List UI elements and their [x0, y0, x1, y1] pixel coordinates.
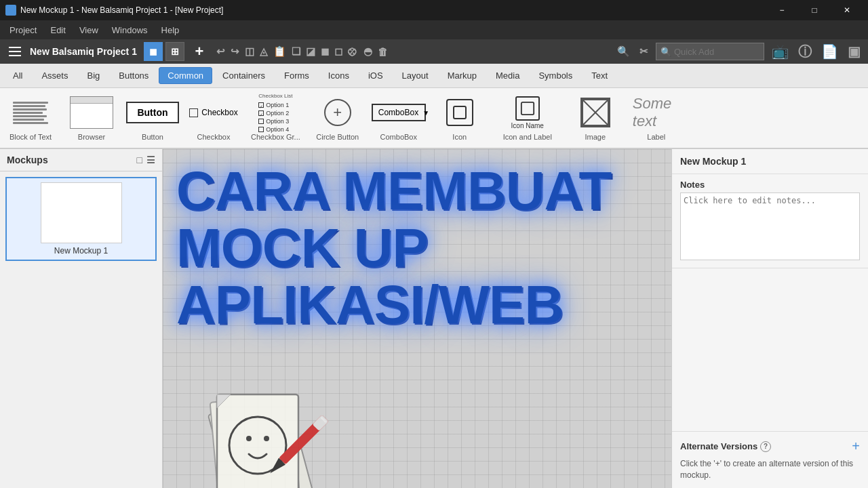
tab-symbols[interactable]: Symbols — [530, 67, 581, 84]
toolbar-icon-4[interactable]: ❏ — [290, 44, 302, 59]
main-layout: Mockups □ ☰ New Mockup 1 CARA MEMBUAT MO… — [0, 149, 868, 488]
tab-all[interactable]: All — [4, 67, 31, 84]
comp-checkbox[interactable]: Checkbox Checkbox — [190, 95, 237, 141]
comp-icon-and-label[interactable]: Icon Name Icon and Label — [497, 95, 558, 141]
canvas-content: CARA MEMBUAT MOCK UP APLIKASI/WEB — [163, 149, 671, 488]
canvas-area[interactable]: CARA MEMBUAT MOCK UP APLIKASI/WEB — [163, 149, 671, 488]
grid-view-button[interactable]: ⊞ — [165, 42, 184, 61]
sidebar-header: Mockups □ ☰ — [0, 149, 162, 171]
comp-browser-label: Browser — [78, 133, 105, 141]
notes-section: Notes — [672, 174, 868, 268]
search-icon[interactable]: 🔍 — [615, 44, 632, 59]
comp-checkbox-group-label: Checkbox Gr... — [251, 133, 300, 141]
toolbar-icon-7[interactable]: ◻ — [332, 44, 344, 59]
toolbar-icon-3[interactable]: 📋 — [271, 44, 288, 59]
comp-circle-button-label: Circle Button — [316, 133, 359, 141]
right-panel-mockup-name: New Mockup 1 — [672, 149, 868, 174]
svg-rect-0 — [454, 106, 466, 119]
toolbar-icon-9[interactable]: ◓ — [361, 44, 374, 59]
menu-edit[interactable]: Edit — [43, 20, 72, 39]
tab-ios[interactable]: iOS — [359, 67, 392, 84]
crop-icon[interactable]: ✂ — [637, 44, 650, 59]
comp-image[interactable]: Image — [572, 95, 619, 141]
tab-text[interactable]: Text — [583, 67, 616, 84]
menu-help[interactable]: Help — [155, 20, 186, 39]
comp-combobox-label: ComboBox — [380, 133, 417, 141]
search-small-icon: 🔍 — [660, 47, 671, 57]
quickadd-box[interactable]: 🔍 — [656, 43, 764, 60]
toolbar-icon-6[interactable]: ◼ — [319, 44, 331, 59]
toolbar-icon-5[interactable]: ◪ — [304, 44, 317, 59]
notes-label: Notes — [680, 180, 860, 190]
sidebar: Mockups □ ☰ New Mockup 1 — [0, 149, 163, 488]
minimize-button[interactable]: − — [766, 0, 797, 20]
toolbar-history: ↩ ↪ ◫ ◬ 📋 ❏ ◪ ◼ ◻ ⛒ ◓ 🗑 — [214, 44, 390, 59]
tab-media[interactable]: Media — [487, 67, 528, 84]
tab-layout[interactable]: Layout — [393, 67, 437, 84]
comp-label[interactable]: Some text Label — [633, 95, 680, 141]
toolbar-icon-1[interactable]: ◫ — [243, 44, 256, 59]
view-toggle: ◼ ⊞ — [144, 42, 184, 61]
right-panel-spacer — [672, 268, 868, 431]
canvas-illustration — [176, 347, 353, 488]
svg-point-14 — [246, 436, 252, 441]
comp-block-of-text[interactable]: Block of Text — [7, 95, 54, 141]
svg-rect-1 — [521, 102, 534, 114]
sidebar-icon-menu[interactable]: ☰ — [146, 155, 155, 165]
toolbar-icon-10[interactable]: 🗑 — [376, 45, 390, 59]
tab-common[interactable]: Common — [159, 67, 212, 84]
comp-browser[interactable]: Browser — [68, 95, 115, 141]
comp-image-label: Image — [585, 133, 606, 141]
title-bar: New Mockup 1 - New Balsamiq Project 1 - … — [0, 0, 868, 20]
tab-markup[interactable]: Markup — [439, 67, 486, 84]
sidebar-title: Mockups — [7, 155, 48, 165]
notes-textarea[interactable] — [680, 192, 860, 260]
comp-label-label: Label — [647, 133, 665, 141]
comp-icon-and-label-label: Icon and Label — [503, 133, 552, 141]
toolbar-icon-2[interactable]: ◬ — [258, 44, 270, 59]
alt-versions-description: Click the '+' to create an alternate ver… — [680, 458, 860, 481]
add-version-button[interactable]: + — [852, 439, 860, 454]
comp-icon[interactable]: Icon — [436, 95, 484, 141]
undo-button[interactable]: ↩ — [214, 44, 227, 59]
quickadd-input[interactable] — [674, 47, 760, 57]
redo-button[interactable]: ↪ — [229, 44, 241, 59]
tab-containers[interactable]: Containers — [214, 67, 274, 84]
add-mockup-button[interactable]: + — [190, 42, 209, 61]
menu-view[interactable]: View — [73, 20, 105, 39]
window-controls: − □ ✕ — [766, 0, 863, 20]
alt-versions-label: Alternate Versions — [680, 441, 757, 451]
mockup-item[interactable]: New Mockup 1 — [5, 177, 157, 261]
comp-checkbox-label: Checkbox — [197, 133, 231, 141]
mockup-thumbnail — [41, 182, 122, 243]
single-view-button[interactable]: ◼ — [144, 42, 163, 61]
mockup-name: New Mockup 1 — [54, 246, 108, 256]
toolbar-icon-11[interactable]: 📺 — [770, 42, 791, 61]
tab-big[interactable]: Big — [78, 67, 108, 84]
comp-button-label: Button — [142, 133, 163, 141]
toolbar-icon-12[interactable]: ▣ — [846, 42, 863, 61]
info-icon[interactable]: ⓘ — [796, 41, 814, 62]
close-button[interactable]: ✕ — [831, 0, 863, 20]
comp-combobox[interactable]: ComboBox ▼ ComboBox — [375, 95, 422, 141]
app-icon — [5, 5, 16, 16]
sidebar-icon-square[interactable]: □ — [137, 155, 142, 165]
hamburger-menu-button[interactable] — [5, 42, 24, 61]
comp-checkbox-group[interactable]: Checkbox List Option 1 Option 2 Option 3… — [251, 95, 300, 141]
component-tabs: All Assets Big Buttons Common Containers… — [0, 64, 868, 88]
maximize-button[interactable]: □ — [799, 0, 830, 20]
doc-icon[interactable]: 📄 — [819, 42, 840, 61]
comp-block-of-text-label: Block of Text — [9, 133, 52, 141]
menu-project[interactable]: Project — [3, 20, 43, 39]
tab-icons[interactable]: Icons — [319, 67, 358, 84]
comp-circle-button[interactable]: + Circle Button — [314, 95, 361, 141]
comp-button[interactable]: Button Button — [129, 95, 176, 141]
tab-buttons[interactable]: Buttons — [110, 67, 157, 84]
menu-windows[interactable]: Windows — [105, 20, 155, 39]
tab-assets[interactable]: Assets — [33, 67, 77, 84]
alt-versions-help-icon[interactable]: ? — [760, 441, 771, 452]
canvas-title: CARA MEMBUAT MOCK UP APLIKASI/WEB — [176, 163, 658, 333]
project-toolbar: New Balsamiq Project 1 ◼ ⊞ + ↩ ↪ ◫ ◬ 📋 ❏… — [0, 39, 868, 64]
tab-forms[interactable]: Forms — [275, 67, 318, 84]
toolbar-icon-8[interactable]: ⛒ — [346, 45, 360, 59]
